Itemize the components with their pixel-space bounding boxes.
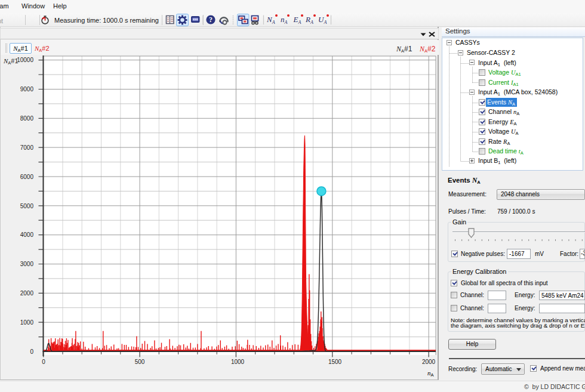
svg-text:?: ?	[209, 16, 213, 24]
